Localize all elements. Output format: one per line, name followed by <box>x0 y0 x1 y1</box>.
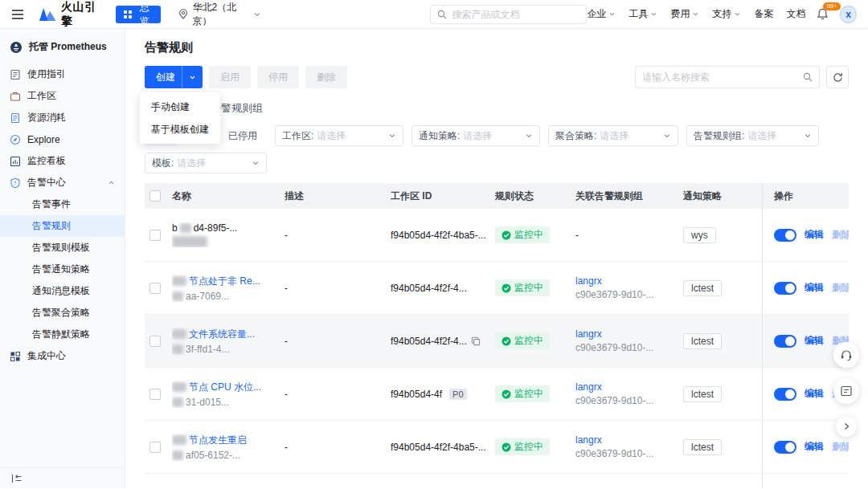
tab-bar: 告警规则 告警规则组 <box>145 98 849 119</box>
edit-link[interactable]: 编辑 <box>805 281 824 295</box>
row-checkbox[interactable] <box>149 336 161 347</box>
sidebar-item-guide[interactable]: 使用指引 <box>0 63 125 85</box>
create-button[interactable]: 创建 <box>145 66 203 88</box>
edit-link[interactable]: 编辑 <box>805 387 824 401</box>
topbar-search-input[interactable] <box>452 9 579 20</box>
redacted-text <box>172 397 183 407</box>
rule-enabled-toggle[interactable] <box>774 388 796 401</box>
rule-group-cell: langrx c90e3679-9d10-... <box>575 434 683 459</box>
feedback-button[interactable] <box>833 378 859 404</box>
topnav-support[interactable]: 支持 <box>712 7 741 21</box>
check-circle-icon <box>502 389 511 399</box>
alert-shield-icon <box>10 177 21 189</box>
select-all-checkbox[interactable] <box>149 190 161 202</box>
check-circle-icon <box>502 442 511 452</box>
rule-group-filter-select[interactable]: 告警规则组:请选择 <box>686 125 819 146</box>
sidebar-item-alert-events[interactable]: 告警事件 <box>0 194 125 215</box>
row-checkbox[interactable] <box>149 389 161 400</box>
row-checkbox[interactable] <box>149 230 161 241</box>
rule-group-cell: - <box>575 230 683 241</box>
main-content: 告警规则 创建 手动创建 基于模板创建 启用 停用 删除 <box>125 29 868 488</box>
row-checkbox[interactable] <box>149 442 161 453</box>
sidebar-item-workspace[interactable]: 工作区 <box>0 85 125 107</box>
check-circle-icon <box>502 283 511 293</box>
sidebar-item-alert-rules[interactable]: 告警规则 <box>0 215 125 237</box>
topnav-tools[interactable]: 工具 <box>628 7 657 21</box>
notify-policy-filter-select[interactable]: 通知策略:请选择 <box>411 125 540 146</box>
create-dropdown-caret-icon[interactable] <box>182 66 203 88</box>
delete-link[interactable]: 删除 <box>832 228 849 242</box>
sidebar-item-alert-rule-templates[interactable]: 告警规则模板 <box>0 237 125 259</box>
sidebar-item-alert-center[interactable]: 告警中心 <box>0 172 125 194</box>
topnav-icp[interactable]: 备案 <box>754 7 773 21</box>
chevron-down-icon <box>804 132 812 140</box>
chevron-down-icon <box>608 10 616 18</box>
aggregation-policy-filter-select[interactable]: 聚合策略:请选择 <box>548 125 678 146</box>
rule-name-cell: 节点 CPU 水位... 31-d015... <box>172 381 285 408</box>
edit-link[interactable]: 编辑 <box>805 334 824 348</box>
region-selector[interactable]: 华北2（北京） <box>178 1 261 28</box>
sidebar-item-explore[interactable]: Explore <box>0 128 125 150</box>
topnav-enterprise[interactable]: 企业 <box>587 7 616 21</box>
copy-icon[interactable] <box>471 336 481 346</box>
sidebar-item-integration-center[interactable]: 集成中心 <box>0 345 125 367</box>
status-badge: 监控中 <box>495 279 550 296</box>
rule-name-link[interactable]: 节点处于非 Re... <box>189 275 260 288</box>
logo-text: 火山引擎 <box>61 0 103 29</box>
notification-bell-icon[interactable]: 99+ <box>817 8 829 20</box>
sidebar-item-silence-policies[interactable]: 告警静默策略 <box>0 324 125 345</box>
volcengine-logo[interactable]: 火山引擎 <box>39 0 103 29</box>
menu-item-manual-create[interactable]: 手动创建 <box>140 96 220 118</box>
alert-center-submenu: 告警事件 告警规则 告警规则模板 告警通知策略 通知消息模板 告警聚合策略 告警… <box>0 194 125 345</box>
customer-service-button[interactable] <box>833 342 859 368</box>
rule-group-link[interactable]: langrx <box>575 381 602 393</box>
col-name: 名称 <box>172 189 285 203</box>
name-search-input[interactable] <box>642 71 798 83</box>
col-notify-policy: 通知策略 <box>683 189 762 203</box>
edit-link[interactable]: 编辑 <box>805 228 824 242</box>
rule-enabled-toggle[interactable] <box>774 282 796 295</box>
overview-button[interactable]: 总览 <box>116 6 161 23</box>
template-filter-select[interactable]: 模板:请选择 <box>145 153 267 173</box>
expand-panel-button[interactable] <box>836 416 857 437</box>
sidebar-item-resource-usage[interactable]: 资源消耗 <box>0 107 125 128</box>
sidebar-item-dashboards[interactable]: 监控看板 <box>0 150 125 172</box>
edit-link[interactable]: 编辑 <box>805 440 824 454</box>
row-checkbox[interactable] <box>149 283 161 294</box>
rule-group-link[interactable]: langrx <box>575 328 602 340</box>
rule-name-link[interactable]: 节点发生重启 <box>189 434 247 447</box>
collapse-sidebar-icon[interactable] <box>11 474 23 483</box>
status-badge: 监控中 <box>495 332 550 349</box>
delete-link[interactable]: 删除 <box>832 281 849 295</box>
delete-link[interactable]: 删除 <box>832 440 849 454</box>
rule-group-link[interactable]: langrx <box>575 434 602 446</box>
rule-name-cell: 文件系统容量... 3f-ffd1-4... <box>172 328 285 355</box>
sidebar-item-message-templates[interactable]: 通知消息模板 <box>0 280 125 302</box>
disable-button[interactable]: 停用 <box>257 66 299 88</box>
rule-group-cell: langrx c90e3679-9d10-... <box>575 328 683 353</box>
topnav-docs[interactable]: 文档 <box>786 7 805 21</box>
rule-name-link[interactable]: 文件系统容量... <box>189 328 255 341</box>
rule-enabled-toggle[interactable] <box>774 335 796 348</box>
delete-button[interactable]: 删除 <box>305 66 347 88</box>
refresh-button[interactable] <box>826 66 849 88</box>
topbar: 火山引擎 总览 华北2（北京） 企业 工具 费用 支持 备案 文档 99+ x <box>0 0 868 29</box>
redacted-text <box>172 236 207 247</box>
rule-name-cell: 节点处于非 Re... aa-7069... <box>172 275 285 302</box>
sidebar-footer <box>0 467 125 488</box>
hamburger-menu-icon[interactable] <box>11 9 24 20</box>
sidebar-item-notify-policies[interactable]: 告警通知策略 <box>0 259 125 280</box>
sidebar-item-aggregation-policies[interactable]: 告警聚合策略 <box>0 302 125 324</box>
rule-enabled-toggle[interactable] <box>774 229 796 242</box>
rule-description: - <box>285 442 391 453</box>
workspace-filter-select[interactable]: 工作区:请选择 <box>275 125 403 146</box>
search-icon[interactable] <box>803 72 813 82</box>
enable-button[interactable]: 启用 <box>209 66 251 88</box>
rule-enabled-toggle[interactable] <box>774 441 796 454</box>
avatar[interactable]: x <box>840 6 857 23</box>
topnav-billing[interactable]: 费用 <box>670 7 699 21</box>
status-filter-stopped[interactable]: 已停用 <box>222 126 264 146</box>
rule-name-link[interactable]: 节点 CPU 水位... <box>189 381 261 394</box>
rule-group-link[interactable]: langrx <box>575 275 602 287</box>
menu-item-template-create[interactable]: 基于模板创建 <box>140 118 220 141</box>
